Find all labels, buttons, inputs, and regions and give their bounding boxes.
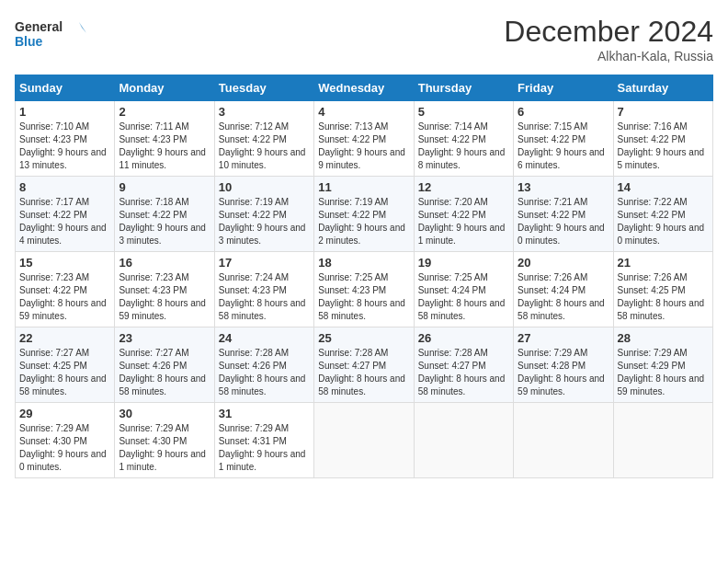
logo-svg: General Blue bbox=[15, 15, 88, 56]
calendar-cell: 3Sunrise: 7:12 AMSunset: 4:22 PMDaylight… bbox=[214, 101, 313, 177]
calendar-week-1: 1Sunrise: 7:10 AMSunset: 4:23 PMDaylight… bbox=[16, 101, 713, 177]
calendar-week-5: 29Sunrise: 7:29 AMSunset: 4:30 PMDayligh… bbox=[16, 403, 713, 478]
calendar-cell: 21Sunrise: 7:26 AMSunset: 4:25 PMDayligh… bbox=[613, 252, 712, 327]
calendar-cell: 1Sunrise: 7:10 AMSunset: 4:23 PMDaylight… bbox=[16, 101, 115, 177]
calendar-cell bbox=[314, 403, 414, 478]
calendar-cell: 18Sunrise: 7:25 AMSunset: 4:23 PMDayligh… bbox=[314, 252, 414, 327]
day-header-wednesday: Wednesday bbox=[314, 75, 414, 101]
calendar-cell: 29Sunrise: 7:29 AMSunset: 4:30 PMDayligh… bbox=[16, 403, 115, 478]
calendar-cell: 31Sunrise: 7:29 AMSunset: 4:31 PMDayligh… bbox=[214, 403, 313, 478]
calendar-cell: 25Sunrise: 7:28 AMSunset: 4:27 PMDayligh… bbox=[314, 327, 414, 403]
calendar-cell: 4Sunrise: 7:13 AMSunset: 4:22 PMDaylight… bbox=[314, 101, 414, 177]
day-header-sunday: Sunday bbox=[16, 75, 115, 101]
calendar-cell: 5Sunrise: 7:14 AMSunset: 4:22 PMDaylight… bbox=[414, 101, 513, 177]
calendar-cell: 9Sunrise: 7:18 AMSunset: 4:22 PMDaylight… bbox=[115, 177, 214, 252]
calendar-week-2: 8Sunrise: 7:17 AMSunset: 4:22 PMDaylight… bbox=[16, 177, 713, 252]
calendar-header: SundayMondayTuesdayWednesdayThursdayFrid… bbox=[16, 75, 713, 101]
day-header-thursday: Thursday bbox=[414, 75, 513, 101]
calendar-week-3: 15Sunrise: 7:23 AMSunset: 4:22 PMDayligh… bbox=[16, 252, 713, 327]
calendar-cell: 16Sunrise: 7:23 AMSunset: 4:23 PMDayligh… bbox=[115, 252, 214, 327]
calendar-cell: 7Sunrise: 7:16 AMSunset: 4:22 PMDaylight… bbox=[613, 101, 712, 177]
calendar-cell: 12Sunrise: 7:20 AMSunset: 4:22 PMDayligh… bbox=[414, 177, 513, 252]
calendar-cell: 6Sunrise: 7:15 AMSunset: 4:22 PMDaylight… bbox=[514, 101, 613, 177]
calendar-cell: 24Sunrise: 7:28 AMSunset: 4:26 PMDayligh… bbox=[214, 327, 313, 403]
calendar-cell: 19Sunrise: 7:25 AMSunset: 4:24 PMDayligh… bbox=[414, 252, 513, 327]
calendar-week-4: 22Sunrise: 7:27 AMSunset: 4:25 PMDayligh… bbox=[16, 327, 713, 403]
title-block: December 2024 Alkhan-Kala, Russia bbox=[504, 15, 713, 63]
svg-text:General: General bbox=[15, 19, 63, 34]
calendar-cell: 22Sunrise: 7:27 AMSunset: 4:25 PMDayligh… bbox=[16, 327, 115, 403]
calendar-cell bbox=[514, 403, 613, 478]
calendar-cell: 10Sunrise: 7:19 AMSunset: 4:22 PMDayligh… bbox=[214, 177, 313, 252]
calendar-cell: 26Sunrise: 7:28 AMSunset: 4:27 PMDayligh… bbox=[414, 327, 513, 403]
calendar-cell: 20Sunrise: 7:26 AMSunset: 4:24 PMDayligh… bbox=[514, 252, 613, 327]
calendar-cell: 17Sunrise: 7:24 AMSunset: 4:23 PMDayligh… bbox=[214, 252, 313, 327]
calendar-cell: 8Sunrise: 7:17 AMSunset: 4:22 PMDaylight… bbox=[16, 177, 115, 252]
page-header: General Blue December 2024 Alkhan-Kala, … bbox=[15, 15, 713, 63]
calendar-cell: 27Sunrise: 7:29 AMSunset: 4:28 PMDayligh… bbox=[514, 327, 613, 403]
calendar-cell: 15Sunrise: 7:23 AMSunset: 4:22 PMDayligh… bbox=[16, 252, 115, 327]
calendar-cell bbox=[613, 403, 712, 478]
calendar-cell: 11Sunrise: 7:19 AMSunset: 4:22 PMDayligh… bbox=[314, 177, 414, 252]
calendar-cell: 2Sunrise: 7:11 AMSunset: 4:23 PMDaylight… bbox=[115, 101, 214, 177]
day-header-monday: Monday bbox=[115, 75, 214, 101]
day-header-friday: Friday bbox=[514, 75, 613, 101]
calendar-cell: 14Sunrise: 7:22 AMSunset: 4:22 PMDayligh… bbox=[613, 177, 712, 252]
svg-marker-3 bbox=[79, 22, 86, 33]
calendar-cell bbox=[414, 403, 513, 478]
calendar-cell: 13Sunrise: 7:21 AMSunset: 4:22 PMDayligh… bbox=[514, 177, 613, 252]
logo: General Blue bbox=[15, 15, 88, 56]
calendar-cell: 30Sunrise: 7:29 AMSunset: 4:30 PMDayligh… bbox=[115, 403, 214, 478]
location: Alkhan-Kala, Russia bbox=[504, 49, 713, 63]
day-header-tuesday: Tuesday bbox=[214, 75, 313, 101]
calendar-cell: 28Sunrise: 7:29 AMSunset: 4:29 PMDayligh… bbox=[613, 327, 712, 403]
svg-text:Blue: Blue bbox=[15, 34, 43, 49]
calendar-cell: 23Sunrise: 7:27 AMSunset: 4:26 PMDayligh… bbox=[115, 327, 214, 403]
month-title: December 2024 bbox=[504, 15, 713, 49]
day-header-saturday: Saturday bbox=[613, 75, 712, 101]
calendar-table: SundayMondayTuesdayWednesdayThursdayFrid… bbox=[15, 75, 713, 478]
